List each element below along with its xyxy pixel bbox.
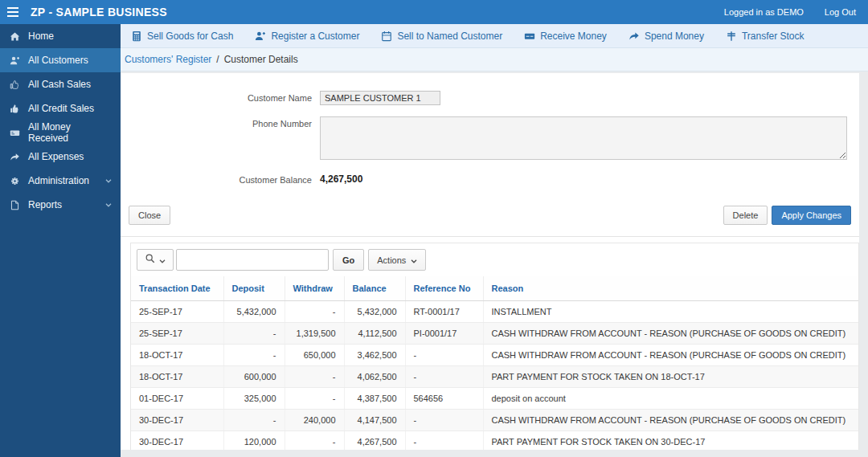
table-cell: CASH WITHDRAW FROM ACCOUNT - REASON (PUR… [483, 345, 858, 366]
table-cell: 4,387,500 [344, 388, 405, 410]
user-plus-icon [255, 31, 266, 42]
table-cell: 30-DEC-17 [131, 431, 223, 451]
breadcrumb-link[interactable]: Customers' Register [125, 54, 211, 65]
table-cell: 4,267,500 [344, 431, 405, 451]
table-cell: - [405, 345, 483, 366]
table-cell: 564656 [405, 388, 483, 410]
actions-button[interactable]: Actions [368, 249, 426, 271]
hamburger-menu-icon[interactable] [0, 0, 26, 24]
toolbar-item-sell-goods-for-cash[interactable]: Sell Goods for Cash [131, 31, 233, 42]
table-cell: 240,000 [285, 410, 344, 431]
table-cell: PART PAYMENT FOR STOCK TAKEN ON 30-DEC-1… [483, 431, 858, 451]
table-cell: PI-0001/17 [405, 323, 483, 345]
topbar: ZP - SAMPLE BUSINESS Logged in as DEMO L… [0, 0, 868, 24]
customer-balance-label: Customer Balance [121, 173, 312, 185]
table-cell: 325,000 [223, 388, 285, 410]
chevron-down-icon [411, 255, 417, 265]
customer-name-label: Customer Name [121, 91, 312, 103]
table-cell: 5,432,000 [223, 301, 285, 323]
action-toolbar: Sell Goods for Cash Register a Customer … [121, 24, 868, 48]
toolbar-item-label: Receive Money [540, 31, 607, 42]
home-icon [9, 31, 20, 42]
calculator-icon [131, 31, 142, 42]
sidebar-item-administration[interactable]: Administration [0, 169, 121, 193]
column-header-withdraw[interactable]: Withdraw [285, 276, 344, 301]
share-arrow-icon [9, 151, 20, 162]
table-row: 18-OCT-17-650,0003,462,500-CASH WITHDRAW… [131, 345, 858, 366]
toolbar-item-sell-to-named-customer[interactable]: Sell to Named Customer [381, 31, 502, 42]
toolbar-item-label: Transfer Stock [742, 31, 805, 42]
apply-changes-button[interactable]: Apply Changes [772, 206, 851, 225]
column-header-transaction-date[interactable]: Transaction Date [131, 276, 223, 301]
user-plus-icon [9, 55, 20, 66]
search-options-button[interactable] [137, 249, 174, 271]
toolbar-item-register-a-customer[interactable]: Register a Customer [255, 31, 359, 42]
chevron-down-icon [105, 179, 112, 183]
thumbs-up-icon [9, 103, 20, 114]
app-root: ZP - SAMPLE BUSINESS Logged in as DEMO L… [0, 0, 868, 457]
thumbs-up-outline-icon [9, 79, 20, 90]
transfer-icon [726, 31, 737, 42]
table-row: 25-SEP-17-1,319,5004,112,500PI-0001/17CA… [131, 323, 858, 345]
chevron-down-icon [105, 203, 112, 207]
go-button[interactable]: Go [333, 249, 364, 271]
sidebar-item-all-credit-sales[interactable]: All Credit Sales [0, 96, 121, 120]
sidebar-item-label: All Credit Sales [28, 103, 94, 114]
search-input[interactable] [176, 249, 329, 271]
phone-number-textarea[interactable] [320, 116, 847, 160]
customer-details-form: Customer Name Phone Number Customer Bala… [121, 91, 859, 237]
toolbar-item-receive-money[interactable]: Receive Money [524, 31, 607, 42]
main-area: Sell Goods for Cash Register a Customer … [121, 24, 868, 457]
sidebar-item-all-money-received[interactable]: All Money Received [0, 120, 121, 145]
table-cell: - [405, 431, 483, 451]
sidebar-item-label: All Customers [28, 55, 88, 66]
delete-button[interactable]: Delete [723, 206, 768, 225]
table-cell: RT-0001/17 [405, 301, 483, 323]
table-cell: 120,000 [223, 431, 285, 451]
sidebar-item-home[interactable]: Home [0, 24, 121, 48]
sidebar-item-label: All Expenses [28, 151, 84, 162]
table-cell: PART PAYMENT FOR STOCK TAKEN ON 18-OCT-1… [483, 366, 858, 388]
table-cell: 1,319,500 [285, 323, 344, 345]
breadcrumb-current: Customer Details [224, 54, 298, 65]
table-cell: 25-SEP-17 [131, 301, 223, 323]
customer-name-input[interactable] [320, 91, 440, 105]
sidebar-item-reports[interactable]: Reports [0, 193, 121, 217]
sidebar-item-all-customers[interactable]: All Customers [0, 48, 121, 72]
sidebar-item-label: All Cash Sales [28, 79, 91, 90]
table-cell: CASH WITHDRAW FROM ACCOUNT - REASON (PUR… [483, 323, 858, 345]
column-header-deposit[interactable]: Deposit [223, 276, 285, 301]
sidebar-item-label: Administration [28, 175, 89, 186]
breadcrumb: Customers' Register / Customer Details [121, 48, 868, 71]
sidebar-item-label: Reports [28, 199, 62, 210]
table-row: 30-DEC-17120,000-4,267,500-PART PAYMENT … [131, 431, 858, 451]
table-cell: - [405, 366, 483, 388]
magnifier-icon [145, 253, 156, 267]
sidebar: Home All Customers All Cash Sales All Cr… [0, 24, 121, 457]
logged-in-text: Logged in as DEMO [724, 7, 804, 17]
table-row: 18-OCT-17600,000-4,062,500-PART PAYMENT … [131, 366, 858, 388]
column-header-balance[interactable]: Balance [344, 276, 405, 301]
table-header-row: Transaction Date Deposit Withdraw Balanc… [131, 276, 858, 301]
topbar-right: Logged in as DEMO Log Out [724, 7, 868, 17]
toolbar-item-spend-money[interactable]: Spend Money [628, 31, 704, 42]
table-cell: deposit on account [483, 388, 858, 410]
column-header-reason[interactable]: Reason [483, 276, 858, 301]
logout-link[interactable]: Log Out [825, 7, 856, 17]
table-cell: 18-OCT-17 [131, 366, 223, 388]
column-header-reference-no[interactable]: Reference No [405, 276, 483, 301]
toolbar-item-transfer-stock[interactable]: Transfer Stock [726, 31, 805, 42]
toolbar-item-label: Sell Goods for Cash [147, 31, 233, 42]
sidebar-item-all-cash-sales[interactable]: All Cash Sales [0, 72, 121, 96]
table-cell: 5,432,000 [344, 301, 405, 323]
toolbar-item-label: Sell to Named Customer [397, 31, 502, 42]
credit-card-icon [9, 127, 20, 138]
close-button[interactable]: Close [129, 206, 170, 225]
table-cell: - [285, 388, 344, 410]
sidebar-item-all-expenses[interactable]: All Expenses [0, 145, 121, 169]
transactions-report: Go Actions Transaction Date Deposit [130, 243, 859, 450]
table-cell: - [223, 323, 285, 345]
table-cell: - [405, 410, 483, 431]
table-cell: 4,112,500 [344, 323, 405, 345]
table-cell: - [285, 431, 344, 451]
